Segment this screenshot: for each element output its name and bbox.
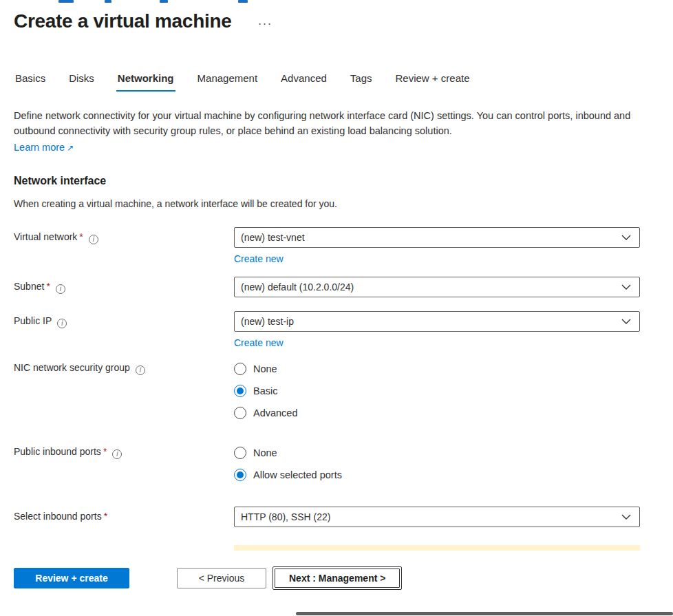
chevron-down-icon xyxy=(621,514,631,520)
virtual-network-row: Virtual network*i (new) test-vnet Create… xyxy=(14,227,640,267)
inbound-ports-infobox-clipped xyxy=(234,545,640,551)
public-inbound-ports-row: Public inbound ports*i None Allow select… xyxy=(14,445,640,489)
radio-icon xyxy=(234,363,246,375)
networking-description: Define network connectivity for your vir… xyxy=(14,108,637,138)
tab-management[interactable]: Management xyxy=(196,72,259,92)
chevron-down-icon xyxy=(621,284,631,290)
nic-nsg-row: NIC network security groupi None Basic A… xyxy=(14,361,640,427)
public-inbound-label-col: Public inbound ports*i xyxy=(14,445,234,459)
public-ip-label-col: Public IPi xyxy=(14,311,234,328)
clipped-link-fragment xyxy=(160,0,168,3)
chevron-down-icon xyxy=(621,319,631,325)
public-ip-control-col: (new) test-ip Create new xyxy=(234,311,640,351)
field-label: Virtual network xyxy=(14,231,77,242)
nic-nsg-label-col: NIC network security groupi xyxy=(14,361,234,375)
public-ip-value: (new) test-ip xyxy=(241,316,294,327)
select-inbound-ports-select[interactable]: HTTP (80), SSH (22) xyxy=(234,507,640,527)
more-options-icon[interactable]: ··· xyxy=(258,17,273,30)
network-interface-subtext: When creating a virtual machine, a netwo… xyxy=(14,198,640,209)
vnet-create-new-link[interactable]: Create new xyxy=(234,253,284,264)
review-create-button[interactable]: Review + create xyxy=(14,568,129,588)
subnet-control-col: (new) default (10.2.0.0/24) xyxy=(234,277,640,297)
horizontal-scrollbar xyxy=(0,612,673,616)
create-vm-page: Create a virtual machine ··· Basics Disk… xyxy=(0,0,673,616)
required-marker: * xyxy=(79,231,83,242)
title-row: Create a virtual machine ··· xyxy=(14,10,640,32)
clipped-breadcrumb-links[interactable] xyxy=(14,0,673,3)
info-icon[interactable]: i xyxy=(112,449,122,459)
tab-advanced[interactable]: Advanced xyxy=(279,72,328,92)
info-icon[interactable]: i xyxy=(136,365,145,375)
radio-checked-icon xyxy=(234,385,246,397)
radio-icon xyxy=(234,407,246,419)
radio-inbound-none[interactable]: None xyxy=(234,445,640,461)
field-label: Public IP xyxy=(14,315,52,326)
create-new-row: Create new xyxy=(234,337,640,351)
virtual-network-label-col: Virtual network*i xyxy=(14,227,234,244)
radio-icon xyxy=(234,447,246,459)
radio-inbound-allow-selected[interactable]: Allow selected ports xyxy=(234,467,640,483)
field-label: Public inbound ports xyxy=(14,446,101,457)
select-inbound-control-col: HTTP (80), SSH (22) xyxy=(234,507,640,527)
learn-more-link[interactable]: Learn more xyxy=(14,142,65,153)
nic-nsg-control-col: None Basic Advanced xyxy=(234,361,640,427)
required-marker: * xyxy=(104,511,107,522)
select-inbound-ports-row: Select inbound ports* HTTP (80), SSH (22… xyxy=(14,507,640,527)
create-new-row: Create new xyxy=(234,253,640,267)
subnet-select[interactable]: (new) default (10.2.0.0/24) xyxy=(234,277,640,297)
radio-checked-icon xyxy=(234,469,246,481)
public-ip-row: Public IPi (new) test-ip Create new xyxy=(14,311,640,351)
select-inbound-ports-value: HTTP (80), SSH (22) xyxy=(241,511,330,522)
next-management-button[interactable]: Next : Management > xyxy=(273,566,402,590)
tab-bar: Basics Disks Networking Management Advan… xyxy=(14,72,640,92)
radio-nsg-advanced[interactable]: Advanced xyxy=(234,405,640,421)
info-icon[interactable]: i xyxy=(57,319,67,328)
public-inbound-control-col: None Allow selected ports xyxy=(234,445,640,489)
subnet-value: (new) default (10.2.0.0/24) xyxy=(241,282,354,293)
select-inbound-label-col: Select inbound ports* xyxy=(14,507,234,522)
public-ip-select[interactable]: (new) test-ip xyxy=(234,311,640,332)
footer-bar: Review + create < Previous Next : Manage… xyxy=(0,566,673,590)
required-marker: * xyxy=(103,446,107,457)
public-ip-create-new-link[interactable]: Create new xyxy=(234,337,284,348)
tab-tags[interactable]: Tags xyxy=(349,72,374,92)
clipped-link-fragment xyxy=(105,0,111,3)
field-label: NIC network security group xyxy=(14,362,130,373)
subnet-label-col: Subnet*i xyxy=(14,277,234,294)
learn-more-row: Learn more↗ xyxy=(14,140,640,156)
networking-form: Virtual network*i (new) test-vnet Create… xyxy=(14,227,640,551)
tab-review-create[interactable]: Review + create xyxy=(394,72,471,92)
clipped-link-fragment xyxy=(238,0,248,3)
tab-basics[interactable]: Basics xyxy=(14,72,47,92)
radio-nsg-none[interactable]: None xyxy=(234,361,640,377)
virtual-network-select[interactable]: (new) test-vnet xyxy=(234,227,640,248)
chevron-down-icon xyxy=(621,235,631,241)
virtual-network-value: (new) test-vnet xyxy=(241,232,305,243)
clipped-link-fragment xyxy=(58,0,74,3)
tab-disks[interactable]: Disks xyxy=(67,72,96,92)
radio-nsg-basic[interactable]: Basic xyxy=(234,383,640,399)
external-link-icon: ↗ xyxy=(67,143,74,153)
field-label: Subnet xyxy=(14,281,44,292)
info-icon[interactable]: i xyxy=(56,284,65,294)
page-title: Create a virtual machine xyxy=(14,10,232,32)
info-icon[interactable]: i xyxy=(89,235,98,244)
field-label: Select inbound ports xyxy=(14,511,102,522)
subnet-row: Subnet*i (new) default (10.2.0.0/24) xyxy=(14,277,640,297)
horizontal-scrollbar-thumb[interactable] xyxy=(296,612,673,615)
previous-button[interactable]: < Previous xyxy=(177,568,266,588)
virtual-network-control-col: (new) test-vnet Create new xyxy=(234,227,640,267)
required-marker: * xyxy=(46,281,50,292)
network-interface-heading: Network interface xyxy=(14,175,640,187)
tab-networking[interactable]: Networking xyxy=(116,72,175,92)
